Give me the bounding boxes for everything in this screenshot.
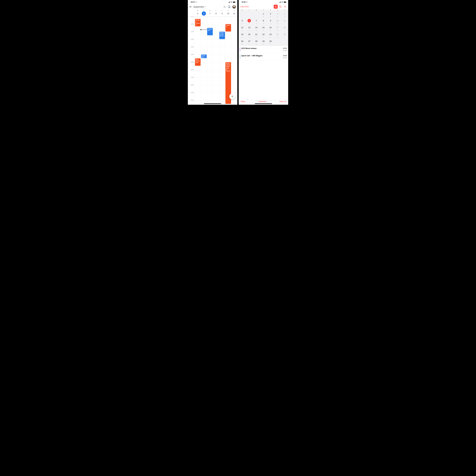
calendar-event[interactable]: Quick Call — xyxy=(201,54,207,58)
calendar-event[interactable]: Obedience xyxy=(207,28,213,35)
calendar-event[interactable]: Monday morning xyxy=(195,19,201,26)
day-header-cell[interactable]: T6 xyxy=(201,10,207,16)
chevron-down-icon xyxy=(205,7,206,7)
month-cell[interactable]: 9 xyxy=(267,18,274,25)
date-number: 1 xyxy=(262,12,265,16)
month-cell[interactable]: 16 xyxy=(267,25,274,32)
month-cell[interactable]: 1 xyxy=(260,11,267,18)
month-cell[interactable]: 19 xyxy=(239,32,246,38)
month-cell[interactable]: 6 xyxy=(246,18,253,25)
day-header-cell[interactable]: S10 xyxy=(225,10,231,16)
add-button[interactable] xyxy=(283,5,287,8)
list-view-toggle[interactable] xyxy=(274,5,278,9)
menu-button[interactable] xyxy=(189,6,191,8)
event-times: 10:0013:00 xyxy=(283,47,287,52)
search-button[interactable] xyxy=(279,5,282,8)
day-column[interactable] xyxy=(231,17,237,105)
calendar-event[interactable]: Cleaners xyxy=(225,24,231,32)
date-number: 5 xyxy=(240,19,244,22)
month-cell[interactable]: 22 xyxy=(260,32,267,38)
day-column[interactable]: Meeting with Martin xyxy=(219,17,225,105)
date-number: 6 xyxy=(202,11,206,16)
day-column[interactable]: Quick Call — xyxy=(201,17,207,105)
month-cell[interactable]: 8 xyxy=(260,18,267,25)
event-dot-icon xyxy=(270,44,271,44)
date-number: 18 xyxy=(283,26,286,29)
location-arrow-icon xyxy=(195,1,197,3)
month-cell[interactable]: 18 xyxy=(281,25,288,32)
event-dot-icon xyxy=(270,30,271,31)
day-header-cell[interactable]: W7 xyxy=(207,10,213,16)
event-dot-icon xyxy=(263,37,264,38)
back-button[interactable]: ‹ Sep 2022 xyxy=(240,5,249,8)
day-header-cell[interactable]: M5 xyxy=(195,10,201,16)
calendar-event[interactable]: NCT for the Clio xyxy=(195,58,201,66)
search-icon xyxy=(279,5,282,8)
date-number: 12 xyxy=(240,26,244,29)
month-cell[interactable]: 4 xyxy=(281,11,288,18)
day-column[interactable]: CleanersBirthday/Housewarming for Farrel… xyxy=(225,17,231,105)
toolbar-inbox[interactable]: Inbox (2) xyxy=(279,101,286,102)
hour-label: 10:00 xyxy=(191,23,194,25)
day-header-cell[interactable]: F9 xyxy=(219,10,225,16)
month-cell[interactable]: 17 xyxy=(274,25,281,32)
account-avatar[interactable] xyxy=(232,5,236,9)
month-cell[interactable]: 14 xyxy=(253,25,260,32)
month-cell[interactable]: 20 xyxy=(246,32,253,38)
month-cell[interactable]: 5 xyxy=(239,18,246,25)
date-number: 9 xyxy=(220,11,224,16)
day-column[interactable]: Obedience xyxy=(207,17,213,105)
event-dot-icon xyxy=(249,44,250,44)
today-button[interactable] xyxy=(228,6,230,8)
month-cell[interactable]: 27 xyxy=(246,38,253,45)
month-cell[interactable]: 11 xyxy=(281,18,288,25)
agenda-item[interactable]: UCD Block release10:0013:00 xyxy=(239,46,288,53)
day-column[interactable]: Monday morningNCT for the Clio xyxy=(195,17,201,105)
event-color-bar xyxy=(240,54,240,59)
event-dot-icon xyxy=(249,37,250,38)
month-cell[interactable]: 23 xyxy=(267,32,274,38)
list-icon xyxy=(275,6,277,8)
month-cell[interactable]: 29 xyxy=(260,38,267,45)
dow-label: F xyxy=(267,10,274,11)
event-dot-icon xyxy=(270,37,271,38)
event-dot-icon xyxy=(242,37,242,38)
event-dot-icon xyxy=(242,44,242,44)
month-cell[interactable]: 24 xyxy=(274,32,281,38)
event-dot-icon xyxy=(284,17,285,17)
home-indicator[interactable] xyxy=(255,103,272,104)
month-cell[interactable]: 15 xyxy=(260,25,267,32)
month-grid[interactable]: 1234567891011121314151617181920212223242… xyxy=(239,11,288,46)
calendar-today-icon xyxy=(228,6,230,8)
svg-rect-2 xyxy=(232,95,233,96)
month-cell[interactable]: 13 xyxy=(246,25,253,32)
search-button[interactable] xyxy=(223,6,226,8)
month-dropdown[interactable]: September xyxy=(193,6,206,8)
day-header-cell[interactable]: T8 xyxy=(213,10,219,16)
day-column[interactable] xyxy=(213,17,219,105)
hour-label: 18:00 xyxy=(191,84,194,86)
calendar-event[interactable]: Meeting with Martin xyxy=(219,32,225,39)
month-cell[interactable]: 2 xyxy=(267,11,274,18)
month-cell[interactable]: 21 xyxy=(253,32,260,38)
toolbar-calendars[interactable]: Calendars xyxy=(258,101,266,102)
month-cell[interactable]: 30 xyxy=(267,38,274,45)
date-number: 29 xyxy=(262,39,265,43)
toolbar-today[interactable]: Today xyxy=(240,101,245,102)
event-dot-icon xyxy=(249,30,250,31)
agenda-item[interactable]: Quick Call — Will Wiggins14:0014:30 xyxy=(239,53,288,61)
month-cell[interactable]: 10 xyxy=(274,18,281,25)
agenda-list[interactable]: UCD Block release10:0013:00Quick Call — … xyxy=(239,46,288,60)
create-event-fab[interactable] xyxy=(229,93,235,99)
month-cell[interactable]: 25 xyxy=(281,32,288,38)
week-grid[interactable]: 09:0010:0011:0012:0013:0014:0015:0016:00… xyxy=(188,17,237,105)
event-start: 10:00 xyxy=(283,47,287,50)
home-indicator[interactable] xyxy=(204,103,221,104)
month-cell[interactable]: 28 xyxy=(253,38,260,45)
day-header-cell[interactable]: S11 xyxy=(231,10,237,16)
event-dot-icon xyxy=(242,30,242,31)
month-cell[interactable]: 7 xyxy=(253,18,260,25)
month-cell[interactable]: 3 xyxy=(274,11,281,18)
month-cell[interactable]: 12 xyxy=(239,25,246,32)
month-cell[interactable]: 26 xyxy=(239,38,246,45)
